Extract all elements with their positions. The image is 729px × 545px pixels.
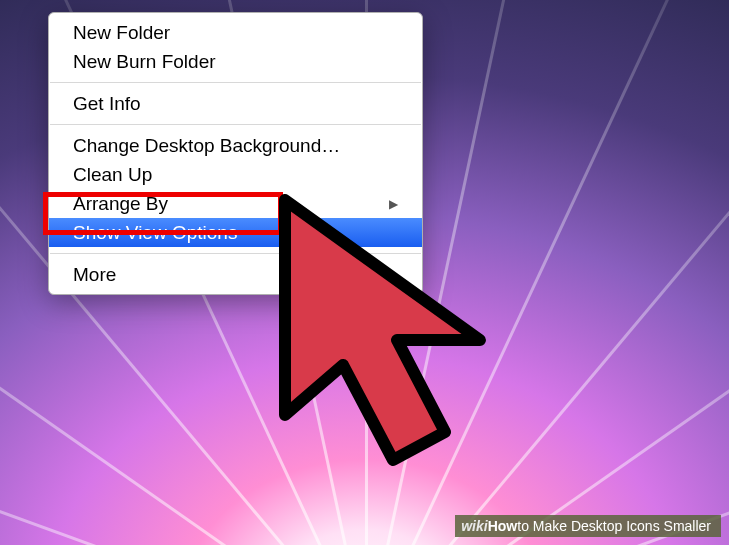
menu-separator (50, 253, 421, 254)
menu-item-arrange-by[interactable]: Arrange By ▶ (49, 189, 422, 218)
wikihow-caption-bar: wikiHow to Make Desktop Icons Smaller (455, 515, 721, 537)
menu-item-show-view-options[interactable]: Show View Options (49, 218, 422, 247)
menu-item-label: Change Desktop Background… (73, 135, 340, 157)
menu-item-change-desktop-background[interactable]: Change Desktop Background… (49, 131, 422, 160)
menu-item-new-folder[interactable]: New Folder (49, 18, 422, 47)
menu-separator (50, 82, 421, 83)
menu-item-new-burn-folder[interactable]: New Burn Folder (49, 47, 422, 76)
menu-separator (50, 124, 421, 125)
menu-item-clean-up[interactable]: Clean Up (49, 160, 422, 189)
brand-prefix: wiki (461, 518, 487, 534)
submenu-arrow-icon: ▶ (389, 197, 398, 211)
menu-item-label: Clean Up (73, 164, 152, 186)
menu-item-label: New Burn Folder (73, 51, 216, 73)
menu-item-label: Arrange By (73, 193, 168, 215)
menu-item-label: Get Info (73, 93, 141, 115)
desktop-context-menu: New Folder New Burn Folder Get Info Chan… (48, 12, 423, 295)
menu-item-more[interactable]: More (49, 260, 422, 289)
menu-item-label: More (73, 264, 116, 286)
brand-suffix: How (488, 518, 518, 534)
caption-title: to Make Desktop Icons Smaller (517, 518, 711, 534)
menu-item-label: New Folder (73, 22, 170, 44)
menu-item-get-info[interactable]: Get Info (49, 89, 422, 118)
menu-item-label: Show View Options (73, 222, 237, 244)
